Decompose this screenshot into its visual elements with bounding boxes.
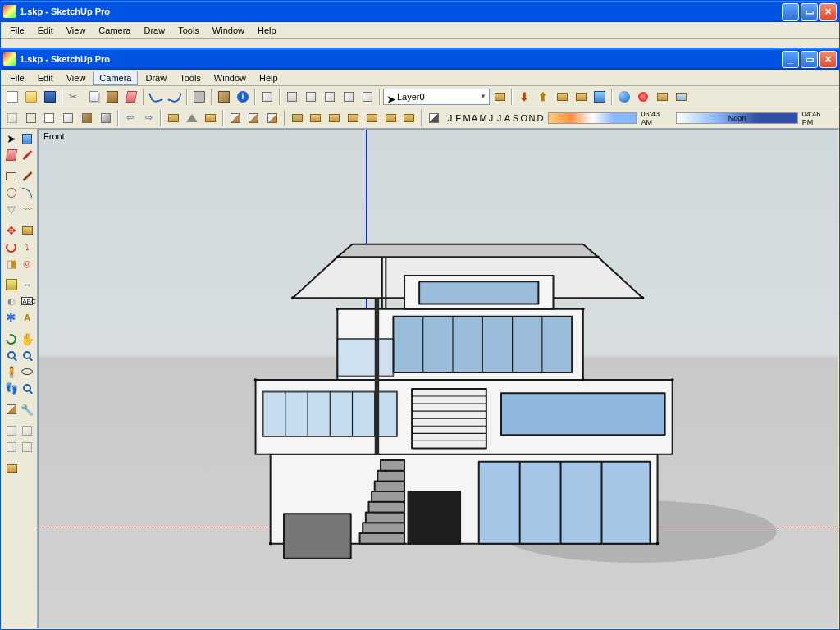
place-model-button[interactable]	[653, 88, 671, 106]
menu-edit-bg[interactable]: Edit	[32, 24, 59, 37]
shadow-time-slider[interactable]: Noon	[676, 112, 798, 124]
erase-button[interactable]	[122, 88, 140, 106]
pushpull-tool[interactable]	[20, 222, 36, 239]
section-display-button[interactable]	[245, 109, 263, 127]
eraser-tool[interactable]	[3, 147, 20, 163]
followme-tool[interactable]: ⤵	[20, 239, 36, 255]
text-tool[interactable]: ABC	[20, 293, 36, 309]
google-earth-button[interactable]	[615, 88, 633, 106]
position-camera-tool[interactable]: 🧍	[3, 363, 20, 380]
menu-help[interactable]: Help	[253, 71, 284, 84]
next-scene-button[interactable]: ⇨	[140, 109, 158, 127]
menu-tools[interactable]: Tools	[174, 71, 207, 84]
walk-tool[interactable]: 👣	[3, 380, 20, 396]
freehand-tool[interactable]: 〰	[20, 201, 36, 217]
menu-file-bg[interactable]: File	[4, 24, 30, 37]
maximize-button[interactable]: ▭	[801, 51, 818, 68]
prev-view-tool[interactable]	[3, 422, 20, 439]
minimize-button-bg[interactable]: _	[782, 3, 799, 21]
close-button[interactable]: ✕	[819, 51, 837, 68]
save-button[interactable]	[41, 88, 59, 106]
menu-camera-bg[interactable]: Camera	[93, 24, 136, 37]
select-tool[interactable]: ➤	[3, 130, 20, 147]
menu-draw[interactable]: Draw	[139, 71, 172, 84]
shaded-button[interactable]	[59, 109, 77, 127]
model-info-button[interactable]	[215, 88, 233, 106]
viewport[interactable]: Front	[38, 129, 838, 628]
photo-textures-button[interactable]	[591, 88, 609, 106]
line-tool[interactable]	[20, 168, 36, 185]
offset-tool[interactable]: ◎	[20, 255, 36, 272]
rotate-tool[interactable]	[3, 239, 20, 255]
building-model[interactable]	[203, 179, 703, 581]
minimize-button[interactable]: _	[782, 51, 799, 68]
titlebar-bg[interactable]: 1.skp - SketchUp Pro _ ▭ ✕	[1, 1, 839, 22]
section-cut-button[interactable]	[263, 109, 281, 127]
circle-tool[interactable]	[3, 185, 20, 201]
zoom-extents-tool[interactable]	[20, 380, 36, 396]
help-button[interactable]: i	[234, 88, 252, 106]
layer-dropdown[interactable]: ➤ Layer0 ▼	[383, 89, 490, 105]
house-button[interactable]	[183, 109, 201, 127]
front-view-button[interactable]	[302, 88, 320, 106]
sandbox-smoove-button[interactable]	[326, 109, 344, 127]
menu-file[interactable]: File	[4, 71, 30, 84]
sandbox-contours-button[interactable]	[288, 109, 306, 127]
maximize-button-bg[interactable]: ▭	[801, 3, 818, 21]
shadow-date-gradient[interactable]	[548, 112, 637, 124]
sandbox-stamp-button[interactable]	[345, 109, 363, 127]
extra-tool[interactable]	[3, 460, 20, 477]
orbit-tool[interactable]	[3, 331, 20, 347]
shadow-month-slider[interactable]: JFMAMJJASOND	[444, 113, 547, 123]
menu-edit[interactable]: Edit	[32, 71, 59, 84]
iso-view-button[interactable]	[258, 88, 276, 106]
rectangle-tool[interactable]	[3, 168, 20, 185]
sandbox-drape-button[interactable]	[363, 109, 381, 127]
next2-tool[interactable]	[20, 439, 36, 455]
back-view-button[interactable]	[340, 88, 358, 106]
menu-view-bg[interactable]: View	[61, 24, 92, 37]
share-model-button[interactable]: ⬆	[534, 88, 552, 106]
menu-draw-bg[interactable]: Draw	[138, 24, 171, 37]
menu-camera[interactable]: Camera	[93, 71, 138, 85]
outliner-tool[interactable]: 🔧	[20, 401, 36, 418]
open-button[interactable]	[22, 88, 40, 106]
axes-tool[interactable]: ✱	[3, 309, 20, 326]
arc-tool[interactable]	[20, 185, 36, 201]
left-view-button[interactable]	[358, 88, 377, 106]
paste-button[interactable]	[103, 88, 121, 106]
new-button[interactable]	[3, 88, 21, 106]
polygon-tool[interactable]: ▽	[3, 201, 20, 217]
3d-warehouse-button[interactable]	[572, 88, 590, 106]
hidden-line-button[interactable]	[41, 109, 59, 127]
sandbox-flip-button[interactable]	[400, 109, 418, 127]
zoom-window-tool[interactable]	[20, 347, 36, 363]
menu-tools-bg[interactable]: Tools	[172, 24, 205, 37]
component2-button[interactable]	[202, 109, 220, 127]
pencil-tool[interactable]	[20, 147, 36, 163]
prev2-tool[interactable]	[3, 439, 20, 455]
cut-button[interactable]	[66, 88, 84, 106]
section-plane-button[interactable]	[226, 109, 244, 127]
wireframe-button[interactable]	[22, 109, 40, 127]
xray-button[interactable]	[3, 109, 21, 127]
pan-tool[interactable]: ✋	[20, 331, 36, 347]
sandbox-scratch-button[interactable]	[307, 109, 325, 127]
export-button[interactable]	[672, 88, 690, 106]
tape-tool[interactable]	[3, 276, 20, 293]
get-models-button[interactable]: ⬇	[515, 88, 533, 106]
scale-tool[interactable]: ◨	[3, 255, 20, 272]
dimension-tool[interactable]: ↔	[20, 276, 36, 293]
undo-button[interactable]	[147, 88, 165, 106]
top-view-button[interactable]	[283, 88, 301, 106]
3dtext-tool[interactable]: A	[20, 309, 36, 326]
shaded-textures-button[interactable]	[78, 109, 96, 127]
menu-view[interactable]: View	[61, 71, 92, 84]
protractor-tool[interactable]: ◐	[3, 293, 20, 309]
copy-button[interactable]	[84, 88, 103, 106]
move-tool[interactable]: ✥	[3, 222, 20, 239]
titlebar[interactable]: 1.skp - SketchUp Pro _ ▭ ✕	[1, 48, 839, 70]
section-tool[interactable]	[3, 401, 20, 418]
paint-tool[interactable]	[20, 130, 36, 147]
component-button[interactable]	[164, 109, 182, 127]
